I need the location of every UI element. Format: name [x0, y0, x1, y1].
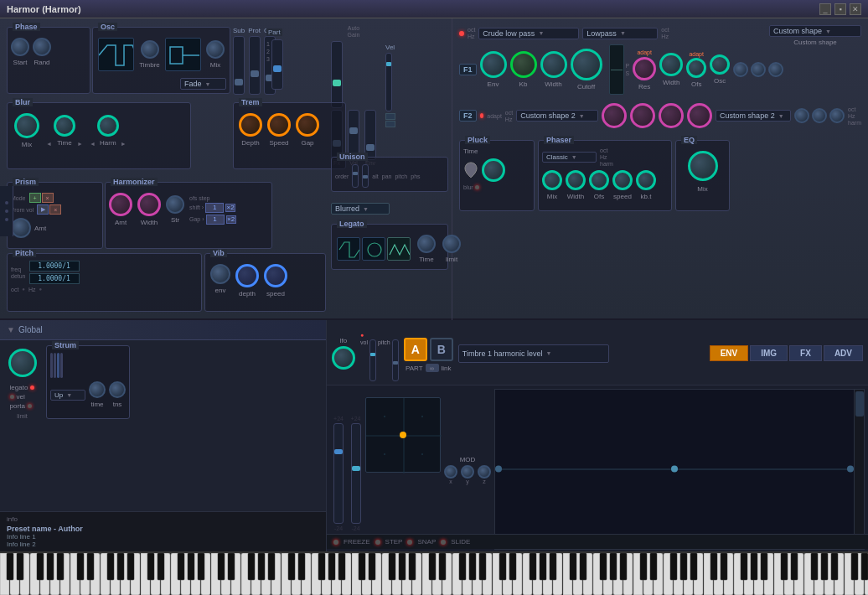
f2-extra2[interactable]: [812, 108, 827, 123]
f1-width2-knob[interactable]: [659, 53, 683, 76]
legato-wave3[interactable]: [387, 237, 411, 261]
detun-display[interactable]: 1.0000/1: [29, 273, 80, 284]
f2-knob3[interactable]: [659, 103, 684, 128]
freeze-led[interactable]: [333, 540, 338, 545]
legato-wave2[interactable]: [362, 237, 385, 261]
f1-ofs-knob[interactable]: [686, 58, 706, 78]
adv-tab[interactable]: ADV: [824, 345, 863, 361]
pluck-time-label: Time: [463, 147, 530, 155]
vib-env-knob[interactable]: [210, 264, 230, 284]
phaser-width-knob[interactable]: [566, 170, 586, 190]
snap-led[interactable]: [407, 540, 412, 545]
osc-wave2-display[interactable]: [165, 38, 201, 71]
mod-x-knob[interactable]: [444, 465, 457, 479]
phaser-type-dropdown[interactable]: Classic: [542, 152, 597, 163]
trem-depth-knob[interactable]: [239, 113, 262, 137]
blurred-dropdown[interactable]: Blurred: [331, 203, 390, 215]
f1-width-knob[interactable]: [540, 51, 567, 78]
f1-kb-knob[interactable]: [510, 51, 537, 78]
part-a-button[interactable]: A: [404, 338, 427, 361]
part-b-button[interactable]: B: [430, 338, 453, 361]
lowpass-dropdown[interactable]: Lowpass: [582, 28, 658, 39]
legato-led[interactable]: [30, 385, 34, 390]
phaser-ofs-knob[interactable]: [589, 170, 609, 190]
blur-harm-knob[interactable]: [97, 115, 119, 137]
vertical-scrollbar[interactable]: [854, 390, 864, 549]
filter1-dropdown[interactable]: Crude low pass: [478, 28, 579, 39]
custom-shape2-dropdown[interactable]: Custom shape 2: [716, 110, 791, 122]
step-led[interactable]: [375, 540, 380, 545]
harm-amt-knob[interactable]: [109, 193, 132, 216]
global-arrow[interactable]: ▼: [7, 325, 15, 334]
piano-svg: // rendered statically /* static layout …: [0, 553, 868, 595]
env-tab[interactable]: ENV: [710, 345, 749, 361]
phaser-speed-knob[interactable]: [612, 170, 633, 190]
harm-width-knob[interactable]: [137, 193, 161, 216]
strum-time-knob[interactable]: [89, 381, 106, 398]
vel-led[interactable]: [10, 395, 14, 399]
mod-z-knob[interactable]: [478, 465, 491, 479]
prism-amt-knob[interactable]: [11, 218, 31, 238]
f2-knob2[interactable]: [630, 103, 655, 128]
phaser-kbt-knob[interactable]: [636, 170, 656, 190]
close-button[interactable]: ✕: [850, 3, 861, 15]
f1-osc-knob[interactable]: [710, 54, 730, 75]
f2-extra3[interactable]: [829, 108, 845, 123]
prism-from-vol-btn[interactable]: ▶: [37, 204, 49, 215]
start-knob[interactable]: [11, 38, 29, 56]
legato-wave1[interactable]: [337, 237, 360, 261]
f1-cutoff-knob[interactable]: [571, 49, 602, 80]
f1-res-knob[interactable]: [633, 57, 656, 80]
f2-knob4[interactable]: [687, 103, 712, 128]
part-link-icon[interactable]: ∞: [426, 364, 439, 372]
legato-time-knob[interactable]: [417, 235, 436, 253]
timbre-dropdown[interactable]: Timbre 1 harmonic level: [458, 344, 609, 363]
f2-extra1[interactable]: [794, 108, 809, 123]
mix-osc-knob[interactable]: [206, 40, 225, 59]
pluck-knob[interactable]: [482, 158, 505, 182]
eq-knob[interactable]: [688, 151, 718, 181]
vib-depth-knob[interactable]: [235, 264, 259, 287]
slide-led[interactable]: [441, 540, 446, 545]
prism-mode-minus[interactable]: ×: [42, 193, 54, 203]
xy-pad[interactable]: [365, 397, 441, 473]
f1-extra3[interactable]: [768, 62, 783, 77]
harm-str-knob[interactable]: [166, 195, 184, 214]
rand-knob[interactable]: [33, 38, 51, 56]
mod-y-knob[interactable]: [461, 465, 474, 479]
osc-wave-display[interactable]: [98, 38, 134, 71]
lfo-knob[interactable]: [332, 346, 355, 370]
strum-tns-knob[interactable]: [109, 381, 126, 398]
f1-env-knob[interactable]: [480, 51, 507, 78]
porta-led[interactable]: [28, 404, 32, 408]
trem-speed-knob[interactable]: [267, 113, 291, 137]
phaser-mix-knob[interactable]: [542, 170, 562, 190]
side-handle[interactable]: [0, 186, 13, 236]
fx-tab[interactable]: FX: [789, 345, 822, 361]
custom-shape-dropdown[interactable]: Custom shape: [769, 25, 861, 37]
freq-display[interactable]: 1.0000/1: [29, 261, 80, 272]
vib-speed-knob[interactable]: [264, 264, 287, 287]
img-tab[interactable]: IMG: [750, 345, 788, 361]
harm-gap-display[interactable]: 1: [206, 215, 225, 225]
scrollbar-thumb-v[interactable]: [855, 391, 864, 416]
timbre-knob[interactable]: [141, 40, 159, 59]
maximize-button[interactable]: ▪: [834, 3, 846, 15]
fade-dropdown[interactable]: Fade: [180, 78, 226, 90]
f2-knob1[interactable]: [602, 103, 627, 128]
trem-gap-knob[interactable]: [296, 113, 319, 137]
f1-extra2[interactable]: [751, 62, 766, 77]
f1-extra1[interactable]: [733, 62, 748, 77]
master-knob[interactable]: [8, 349, 37, 377]
harm-x2-btn2[interactable]: ×2: [226, 215, 236, 224]
minimize-button[interactable]: _: [819, 3, 831, 15]
prism-mode-plus[interactable]: +: [29, 193, 41, 203]
filter2-dropdown[interactable]: Custom shape 2: [516, 110, 598, 122]
blur-time-knob[interactable]: [54, 115, 75, 137]
harm-x2-btn[interactable]: ×2: [225, 204, 235, 212]
envelope-display[interactable]: [494, 389, 865, 550]
harm-shift-display[interactable]: 1: [205, 203, 224, 213]
blur-mix-knob[interactable]: [14, 113, 39, 138]
strum-mode-dropdown[interactable]: Up: [50, 390, 85, 401]
prism-from-vol-x[interactable]: ×: [49, 204, 61, 215]
